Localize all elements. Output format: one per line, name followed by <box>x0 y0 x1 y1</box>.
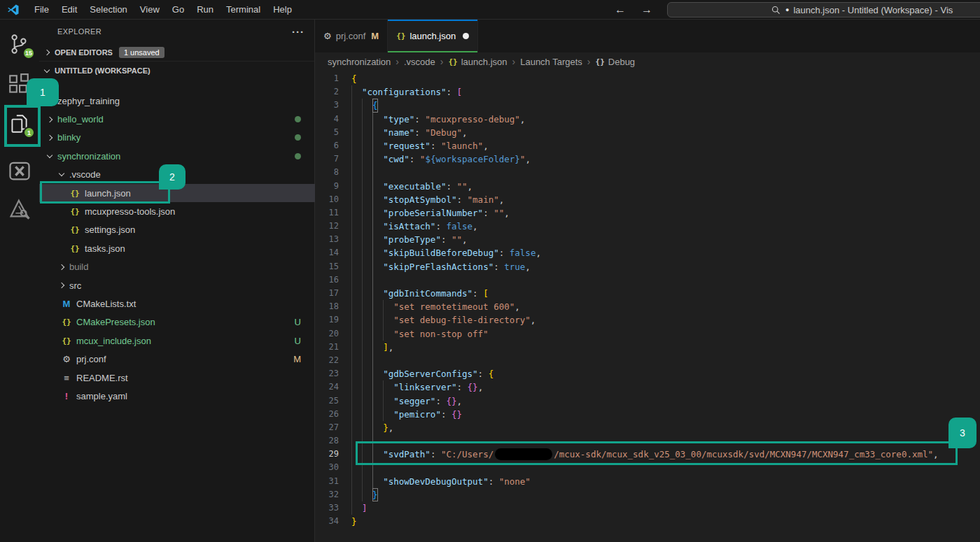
indent-guide <box>351 327 362 341</box>
code-line-22: 22 <box>315 354 980 367</box>
indent-guide <box>351 152 362 166</box>
line-number: 5 <box>315 126 351 139</box>
tree-item-cmakepresets-json[interactable]: {}CMakePresets.jsonU <box>39 313 315 331</box>
indent-guide <box>362 166 372 179</box>
menu-go[interactable]: Go <box>166 0 190 20</box>
indent-guide <box>372 475 383 488</box>
code-token: ] <box>383 341 388 354</box>
breadcrumb-item[interactable]: synchronization <box>328 57 391 67</box>
tree-item-src[interactable]: src <box>39 276 315 294</box>
code-token: "stopAtSymbol" <box>383 193 456 206</box>
indent-guide <box>362 408 372 421</box>
tree-item-label: settings.json <box>85 224 135 235</box>
tree-item-mcux-include-json[interactable]: {}mcux_include.jsonU <box>39 331 315 350</box>
indent-guide <box>372 300 383 313</box>
mcuxpresso-icon[interactable] <box>7 196 32 221</box>
code-token: : <box>410 152 420 166</box>
workspace-header[interactable]: UNTITLED (WORKSPACE) <box>39 62 314 80</box>
indent-guide <box>372 273 383 287</box>
code-token: "pemicro" <box>393 408 441 421</box>
code-token: , <box>514 300 520 313</box>
nav-forward-button[interactable]: → <box>637 0 657 20</box>
tree-item-settings-json[interactable]: {}settings.json <box>39 221 315 239</box>
code-line-27: 27}, <box>315 421 980 434</box>
tab-dirty-dot[interactable] <box>463 33 469 39</box>
indent-guide <box>351 394 362 408</box>
tab-launch-json[interactable]: {}launch.json <box>388 20 478 52</box>
open-editors-header[interactable]: OPEN EDITORS 1 unsaved <box>39 43 314 62</box>
code-token: "launch" <box>441 139 483 152</box>
menu-terminal[interactable]: Terminal <box>220 0 267 20</box>
tree-item-readme-rst[interactable]: ≡README.rst <box>39 369 315 387</box>
indent-guide <box>372 367 383 380</box>
indent-guide <box>362 475 372 488</box>
chevron-right-icon <box>47 116 52 122</box>
tab-prj-conf[interactable]: ⚙prj.confM <box>315 20 388 52</box>
menu-selection[interactable]: Selection <box>83 0 133 20</box>
breadcrumb[interactable]: synchronization›.vscode›{}launch.json›La… <box>315 52 980 71</box>
gear-file-icon: ⚙ <box>60 354 73 364</box>
nav-back-button[interactable]: ← <box>610 0 630 20</box>
chevron-down-icon <box>47 152 52 158</box>
indent-guide <box>383 327 393 341</box>
highlight-box-launch-json <box>40 181 170 204</box>
x-extension-icon[interactable] <box>7 158 32 183</box>
indent-guide <box>362 206 372 220</box>
command-center-search[interactable]: ● launch.json - Untitled (Workspace) - V… <box>667 2 980 17</box>
indent-guide <box>351 287 362 300</box>
code-token: : <box>483 206 493 220</box>
tree-item-prj-conf[interactable]: ⚙prj.confM <box>39 350 315 368</box>
code-token: "executable" <box>383 180 446 193</box>
menu-file[interactable]: File <box>28 0 55 20</box>
line-number: 34 <box>315 515 351 528</box>
line-number: 17 <box>315 287 351 300</box>
menu-view[interactable]: View <box>134 0 166 20</box>
code-editor[interactable]: 1{2"configurations": [3{4"type": "mcuxpr… <box>315 72 980 542</box>
more-actions-icon[interactable]: ··· <box>292 26 304 38</box>
code-token: } <box>372 488 378 501</box>
breadcrumb-item[interactable]: Launch Targets <box>520 57 582 67</box>
code-token: "linkserver" <box>393 380 456 394</box>
workspace-label: UNTITLED (WORKSPACE) <box>55 66 150 75</box>
tree-item-label: mcux_include.json <box>76 336 151 346</box>
code-token: { <box>489 367 494 380</box>
line-number: 29 <box>315 448 351 461</box>
code-token: false <box>510 246 536 259</box>
menu-help[interactable]: Help <box>267 0 298 20</box>
code-token: "skipBuildBeforeDebug" <box>383 246 499 259</box>
indent-guide <box>351 126 362 139</box>
menu-edit[interactable]: Edit <box>55 0 83 20</box>
json-file-icon: {} <box>60 336 73 345</box>
tree-item-sample-yaml[interactable]: !sample.yaml <box>39 387 315 405</box>
line-number: 4 <box>315 113 351 126</box>
line-number: 16 <box>315 273 351 287</box>
breadcrumb-item[interactable]: launch.json <box>461 57 507 67</box>
json-braces-icon: {} <box>448 57 457 66</box>
indent-guide <box>351 475 362 488</box>
chevron-down-icon <box>59 171 64 176</box>
breadcrumb-item[interactable]: Debug <box>608 57 635 67</box>
tree-item-mcuxpresso-tools-json[interactable]: {}mcuxpresso-tools.json <box>39 202 315 220</box>
line-number: 23 <box>315 367 351 380</box>
source-control-icon[interactable]: 15 <box>7 32 32 57</box>
line-number: 14 <box>315 246 351 259</box>
code-token: {} <box>451 408 462 421</box>
tree-item-blinky[interactable]: blinky <box>39 129 315 147</box>
code-token: {} <box>468 380 478 394</box>
tree-item-synchronization[interactable]: synchronization <box>39 147 315 165</box>
code-line-12: 12"isAttach": false, <box>315 220 980 233</box>
indent-guide <box>383 408 393 421</box>
line-number: 19 <box>315 313 351 327</box>
tab-label: prj.conf <box>336 31 366 41</box>
tree-item-build[interactable]: build <box>39 258 315 276</box>
tree-item-hello-world[interactable]: hello_world <box>39 110 315 128</box>
tree-item-tasks-json[interactable]: {}tasks.json <box>39 239 315 257</box>
tree-item-cmakelists-txt[interactable]: MCMakeLists.txt <box>39 294 315 313</box>
menu-run[interactable]: Run <box>190 0 220 20</box>
indent-guide <box>362 273 372 287</box>
breadcrumb-item[interactable]: .vscode <box>404 57 435 67</box>
indent-guide <box>362 380 372 394</box>
tree-item-zephyr-training[interactable]: zephyr_training <box>39 92 315 110</box>
indent-guide <box>372 233 383 246</box>
indent-guide <box>372 220 383 233</box>
